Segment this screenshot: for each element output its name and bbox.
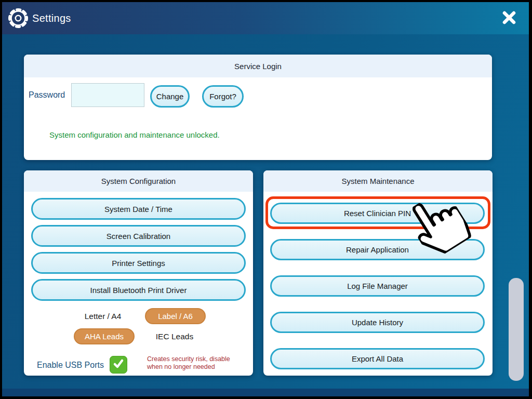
system-maintenance-title: System Maintenance (263, 170, 493, 192)
system-maintenance-panel: System Maintenance Reset Clinician PIN R… (263, 170, 493, 376)
screen-calibration-button[interactable]: Screen Calibration (31, 225, 246, 247)
gear-icon (7, 7, 30, 32)
service-login-title: Service Login (24, 55, 492, 77)
export-all-data-button[interactable]: Export All Data (270, 348, 485, 369)
check-icon (112, 357, 125, 372)
password-input[interactable] (71, 83, 144, 107)
password-label: Password (29, 83, 65, 107)
repair-application-button[interactable]: Repair Application (270, 239, 485, 260)
close-button[interactable] (499, 8, 520, 29)
system-date-time-button[interactable]: System Date / Time (31, 198, 246, 220)
usb-warning-line2: when no longer needed (147, 363, 230, 371)
paper-option-label-a6-selected[interactable]: Label / A6 (145, 308, 206, 324)
page-title: Settings (32, 12, 71, 24)
settings-screen: Settings Service Login Password Change F… (2, 2, 529, 396)
scrollbar-thumb[interactable] (509, 278, 524, 381)
enable-usb-ports-label: Enable USB Ports (37, 356, 104, 374)
leads-option-aha-selected[interactable]: AHA Leads (74, 328, 135, 344)
reset-clinician-pin-button[interactable]: Reset Clinician PIN (270, 203, 485, 224)
service-login-panel: Service Login Password Change Forgot? Sy… (24, 55, 492, 160)
change-button[interactable]: Change (150, 85, 190, 108)
install-bluetooth-print-driver-button[interactable]: Install Bluetooth Print Driver (31, 279, 246, 301)
leads-option-iec[interactable]: IEC Leads (133, 328, 216, 344)
log-file-manager-button[interactable]: Log File Manager (270, 275, 485, 297)
printer-settings-button[interactable]: Printer Settings (31, 252, 246, 274)
usb-warning-text: Creates security risk, disable when no l… (147, 355, 230, 371)
system-configuration-title: System Configuration (24, 170, 253, 192)
usb-warning-line1: Creates security risk, disable (147, 355, 230, 363)
bottom-strip (2, 389, 529, 396)
unlock-status-message: System configuration and maintenance unl… (49, 130, 220, 139)
close-icon (501, 10, 517, 28)
system-configuration-panel: System Configuration System Date / Time … (24, 170, 253, 376)
title-bar: Settings (2, 2, 529, 34)
forgot-button[interactable]: Forgot? (202, 85, 244, 108)
update-history-button[interactable]: Update History (270, 312, 485, 333)
paper-option-letter-a4[interactable]: Letter / A4 (56, 308, 150, 324)
enable-usb-ports-checkbox[interactable] (110, 356, 127, 374)
